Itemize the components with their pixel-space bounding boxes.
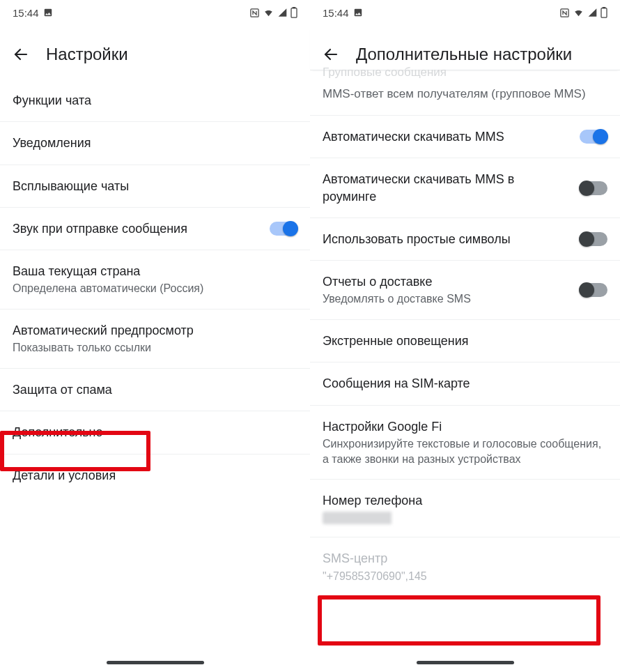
row-preview[interactable]: Автоматический предпросмотр Показывать т… bbox=[0, 310, 310, 369]
row-label: Уведомления bbox=[13, 135, 297, 151]
back-icon[interactable] bbox=[323, 46, 339, 63]
row-label: SMS-центр bbox=[323, 550, 607, 567]
row-label: Защита от спама bbox=[13, 381, 297, 398]
status-time: 15:44 bbox=[323, 7, 349, 19]
row-notifications[interactable]: Уведомления bbox=[0, 122, 310, 165]
row-delivery-reports[interactable]: Отчеты о доставке Уведомлять о доставке … bbox=[310, 261, 620, 320]
row-label: Сообщения на SIM-карте bbox=[323, 375, 607, 392]
app-bar: Настройки bbox=[0, 25, 310, 79]
status-bar: 15:44 bbox=[310, 0, 620, 25]
row-sound-on-send[interactable]: Звук при отправке сообщения bbox=[0, 208, 310, 250]
row-label: Настройки Google Fi bbox=[323, 418, 607, 435]
svg-rect-2 bbox=[293, 7, 295, 8]
row-emergency-alerts[interactable]: Экстренные оповещения bbox=[310, 320, 620, 362]
row-auto-download-roaming[interactable]: Автоматически скачивать MMS в роуминге bbox=[310, 158, 620, 218]
phone-number-redacted bbox=[323, 512, 448, 524]
battery-icon bbox=[290, 7, 297, 18]
row-sublabel: Синхронизируйте текстовые и голосовые со… bbox=[323, 436, 607, 466]
row-label: Использовать простые символы bbox=[323, 231, 570, 247]
row-label: Автоматический предпросмотр bbox=[13, 322, 297, 339]
row-label: Звук при отправке сообщения bbox=[13, 220, 260, 237]
row-label: Всплывающие чаты bbox=[13, 178, 297, 194]
toggle-delivery-reports[interactable] bbox=[580, 283, 607, 297]
row-spam-protection[interactable]: Защита от спама bbox=[0, 369, 310, 411]
row-sublabel: "+79585370690",145 bbox=[323, 569, 607, 584]
status-bar: 15:44 bbox=[0, 0, 310, 25]
row-google-fi[interactable]: Настройки Google Fi Синхронизируйте текс… bbox=[310, 406, 620, 480]
settings-list: Функции чата Уведомления Всплывающие чат… bbox=[0, 79, 310, 652]
row-label: Автоматически скачивать MMS bbox=[323, 128, 570, 145]
row-bubbles[interactable]: Всплывающие чаты bbox=[0, 165, 310, 208]
row-label: Ваша текущая страна bbox=[13, 263, 297, 280]
row-mms-reply[interactable]: MMS-ответ всем получателям (групповое MM… bbox=[310, 79, 620, 116]
toggle-auto-download-mms[interactable] bbox=[580, 130, 607, 144]
nav-bar bbox=[310, 652, 620, 672]
row-label: Экстренные оповещения bbox=[323, 333, 607, 349]
row-label: Функции чата bbox=[13, 92, 297, 109]
toggle-sound-on-send[interactable] bbox=[270, 222, 297, 236]
row-label: Номер телефона bbox=[323, 492, 607, 509]
page-title: Настройки bbox=[46, 45, 128, 64]
nav-bar bbox=[0, 652, 310, 672]
highlight-advanced bbox=[0, 431, 150, 471]
row-sublabel: Показывать только ссылки bbox=[13, 340, 297, 356]
toggle-auto-download-roaming[interactable] bbox=[580, 181, 607, 195]
signal-icon bbox=[277, 8, 288, 17]
battery-icon bbox=[600, 7, 607, 18]
svg-rect-5 bbox=[603, 7, 605, 8]
highlight-sms-center bbox=[318, 595, 600, 646]
back-icon[interactable] bbox=[13, 46, 29, 63]
status-time: 15:44 bbox=[13, 7, 39, 19]
image-icon bbox=[43, 8, 53, 17]
row-phone-number[interactable]: Номер телефона bbox=[310, 480, 620, 537]
row-sublabel: MMS-ответ всем получателям (групповое MM… bbox=[323, 86, 607, 102]
row-country[interactable]: Ваша текущая страна Определена автоматич… bbox=[0, 250, 310, 310]
svg-rect-1 bbox=[291, 8, 297, 18]
signal-icon bbox=[587, 8, 598, 17]
wifi-icon bbox=[573, 8, 584, 17]
advanced-settings-list: MMS-ответ всем получателям (групповое MM… bbox=[310, 79, 620, 652]
phone-settings: 15:44 Настройки Функции чата bbox=[0, 0, 310, 672]
row-label: Отчеты о доставке bbox=[323, 273, 570, 290]
phone-advanced-settings: 15:44 Дополнительные настройки Групповые… bbox=[310, 0, 620, 672]
nav-pill[interactable] bbox=[107, 661, 204, 664]
svg-rect-4 bbox=[601, 8, 607, 18]
row-simple-characters[interactable]: Использовать простые символы bbox=[310, 218, 620, 261]
nfc-icon bbox=[249, 8, 260, 18]
row-chat-features[interactable]: Функции чата bbox=[0, 79, 310, 122]
image-icon bbox=[353, 8, 363, 17]
nav-pill[interactable] bbox=[417, 661, 514, 664]
ghost-prev-row: Групповые сообщения bbox=[310, 66, 620, 79]
row-auto-download-mms[interactable]: Автоматически скачивать MMS bbox=[310, 116, 620, 158]
row-sms-center[interactable]: SMS-центр "+79585370690",145 bbox=[310, 537, 620, 596]
toggle-simple-characters[interactable] bbox=[580, 232, 607, 246]
nfc-icon bbox=[559, 8, 570, 18]
app-bar: Дополнительные настройки bbox=[310, 25, 620, 70]
row-label: Автоматически скачивать MMS в роуминге bbox=[323, 171, 570, 205]
row-sim-messages[interactable]: Сообщения на SIM-карте bbox=[310, 362, 620, 405]
page-title: Дополнительные настройки bbox=[356, 45, 572, 64]
wifi-icon bbox=[263, 8, 274, 17]
row-sublabel: Уведомлять о доставке SMS bbox=[323, 291, 570, 307]
row-sublabel: Определена автоматически (Россия) bbox=[13, 281, 297, 296]
